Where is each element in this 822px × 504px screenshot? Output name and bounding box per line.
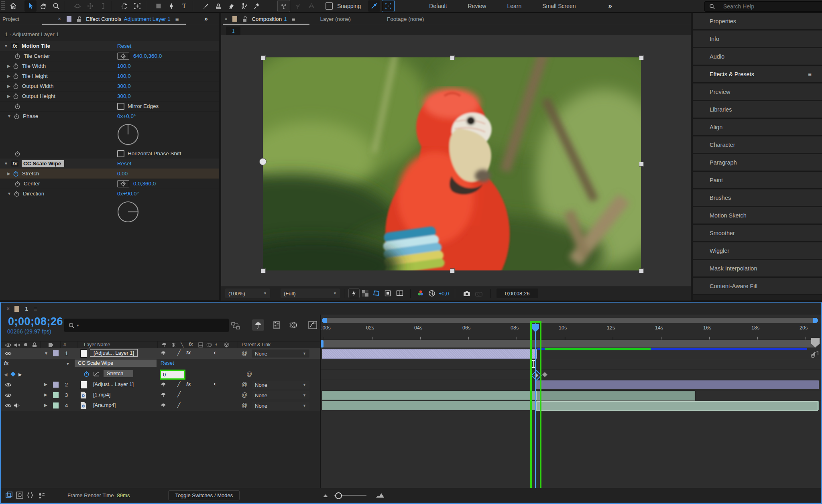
view-axis-mode[interactable] [305, 0, 317, 12]
stopwatch-icon[interactable] [13, 63, 19, 69]
work-area-start-handle[interactable] [321, 340, 324, 348]
mirror-edges-checkbox[interactable] [117, 103, 124, 110]
time-ruler[interactable]: :00s 02s 04s 06s 08s 10s 12s 14s 16s 18s… [321, 323, 821, 340]
layer-name[interactable]: [1.mp4] [93, 392, 110, 398]
grid-guides-icon[interactable] [393, 288, 406, 299]
stopwatch-icon-active[interactable] [83, 371, 90, 377]
property-label[interactable]: Tile Center [24, 53, 50, 59]
stopwatch-icon[interactable] [13, 93, 19, 100]
timeline-tab-label[interactable]: 1 [25, 306, 28, 312]
unlock-icon[interactable] [76, 16, 82, 22]
magnification-dropdown[interactable]: (100%)▼ [225, 289, 270, 298]
property-value[interactable]: 300,0 [117, 93, 131, 99]
previous-keyframe-arrow[interactable]: ◀ [4, 372, 7, 377]
pen-tool[interactable] [165, 0, 177, 12]
effect-center-point-handle[interactable] [259, 158, 267, 165]
sidebar-item-preview[interactable]: Preview [693, 83, 822, 101]
puppet-pin-tool[interactable] [251, 0, 263, 12]
stretch-value-box[interactable]: 0 [160, 370, 185, 380]
effect-controls-tab-layer[interactable]: Adjustment Layer 1 [124, 16, 171, 22]
expand-transfer-controls-icon[interactable] [14, 490, 25, 501]
type-tool[interactable]: T [178, 0, 190, 12]
effect-row-cc-scale-wipe[interactable]: fx ▼ CC Scale Wipe Reset [1, 359, 320, 370]
selection-handle-top-left[interactable] [261, 55, 266, 60]
render-time-pane-icon[interactable] [35, 490, 47, 501]
zoom-slider-knob[interactable] [335, 492, 342, 499]
panel-menu-icon[interactable]: ≡ [292, 16, 295, 22]
layer-label-swatch[interactable] [53, 382, 59, 388]
stopwatch-icon[interactable] [14, 103, 20, 110]
snap-keyframe-toggle[interactable] [368, 0, 380, 12]
timeline-h-scrollbar[interactable] [322, 318, 818, 323]
search-help-input[interactable] [722, 3, 804, 10]
stopwatch-icon[interactable] [14, 150, 20, 157]
eye-icon[interactable] [5, 403, 12, 408]
orbit-camera-tool[interactable] [71, 0, 83, 12]
zoom-tool[interactable] [50, 0, 62, 12]
effect-name[interactable]: Motion Tile [22, 43, 50, 49]
unlock-icon[interactable] [242, 16, 248, 22]
quality-switch[interactable]: ╱ [177, 350, 181, 356]
exposure-value[interactable]: +0,0 [439, 291, 449, 297]
snapping-checkbox[interactable] [326, 2, 333, 10]
panel-overflow-chevrons[interactable]: » [204, 15, 208, 22]
stretch-row[interactable]: ▶ Stretch 0,00 [0, 169, 219, 179]
property-label[interactable]: Stretch [22, 171, 39, 177]
property-label[interactable]: Phase [23, 113, 38, 119]
clone-stamp-tool[interactable] [212, 0, 224, 12]
layer-2-duration-bar[interactable] [536, 380, 819, 389]
layer-label-color-swatch[interactable] [67, 16, 71, 22]
frame-blending-icon[interactable] [271, 319, 283, 331]
graph-editor-icon[interactable] [307, 319, 319, 331]
home-tool[interactable] [7, 0, 19, 12]
motion-tile-reset[interactable]: Reset [117, 43, 131, 49]
selection-handle-top-right[interactable] [639, 55, 644, 60]
layer-row-3[interactable]: ▶ 3 [1.mp4] ╱ @ None▼ [1, 390, 320, 401]
composition-tab-close[interactable]: × [224, 16, 228, 22]
sidebar-item-smoother[interactable]: Smoother [693, 225, 822, 242]
region-of-interest-icon[interactable] [382, 288, 393, 299]
property-value[interactable]: 0x+0,0° [117, 113, 136, 119]
selection-tool[interactable] [24, 0, 37, 12]
expand-arrow[interactable]: ▼ [66, 362, 70, 366]
sidebar-item-properties[interactable]: Properties [693, 13, 822, 30]
stopwatch-icon[interactable] [13, 73, 19, 79]
effect-controls-tab-title[interactable]: Effect Controls [86, 16, 121, 22]
layer-4-selected-segment[interactable] [536, 401, 818, 411]
keyframe-toggle-diamond[interactable] [10, 372, 16, 377]
exposure-icon[interactable] [427, 288, 437, 299]
mask-visibility-icon[interactable] [371, 288, 382, 299]
sidebar-item-character[interactable]: Character [693, 136, 822, 154]
workspace-tab-default[interactable]: Default [419, 3, 457, 9]
draft-3d-icon[interactable] [252, 319, 264, 331]
timeline-zoom-slider[interactable] [334, 495, 366, 496]
parent-pickwhip-icon[interactable]: @ [242, 392, 247, 398]
channel-rgb-icon[interactable] [415, 288, 427, 299]
composition-tab-number[interactable]: 1 [284, 16, 287, 22]
stopwatch-icon-active[interactable] [13, 171, 19, 177]
effect-point-icon[interactable] [117, 53, 129, 60]
expand-arrow[interactable]: ▶ [44, 403, 47, 407]
sidebar-item-effects-presets[interactable]: Effects & Presets ≡ [693, 66, 822, 83]
graph-set-icon[interactable] [93, 371, 100, 377]
panel-menu-icon[interactable]: ≡ [175, 16, 179, 22]
stopwatch-icon[interactable] [14, 191, 20, 197]
property-pickwhip-icon[interactable]: @ [246, 371, 252, 377]
sidebar-item-paint[interactable]: Paint [693, 172, 822, 189]
property-value[interactable]: 300,0 [117, 83, 131, 89]
property-value[interactable]: 0,00 [117, 171, 128, 177]
comp-button-icon[interactable] [810, 350, 819, 359]
layer-name-selected[interactable]: [Adjust... Layer 1] [90, 349, 138, 357]
shy-switch[interactable] [161, 392, 166, 398]
property-value[interactable]: 0x+90,0° [117, 191, 139, 197]
layer-label-swatch[interactable] [53, 392, 59, 398]
effect-motion-tile-row[interactable]: ▼ fx Motion Tile Reset [0, 41, 219, 51]
property-value[interactable]: 0,0,360,0 [133, 181, 156, 187]
quality-switch[interactable]: ╱ [177, 402, 181, 408]
sidebar-item-paragraph[interactable]: Paragraph [693, 154, 822, 172]
quality-switch[interactable]: ╱ [177, 381, 181, 387]
parent-dropdown[interactable]: None▼ [252, 381, 309, 389]
panel-menu-icon[interactable]: ≡ [808, 71, 812, 77]
view-snapshot-tab[interactable]: 1 [226, 26, 240, 35]
zoom-out-mountain-icon[interactable] [322, 493, 329, 498]
